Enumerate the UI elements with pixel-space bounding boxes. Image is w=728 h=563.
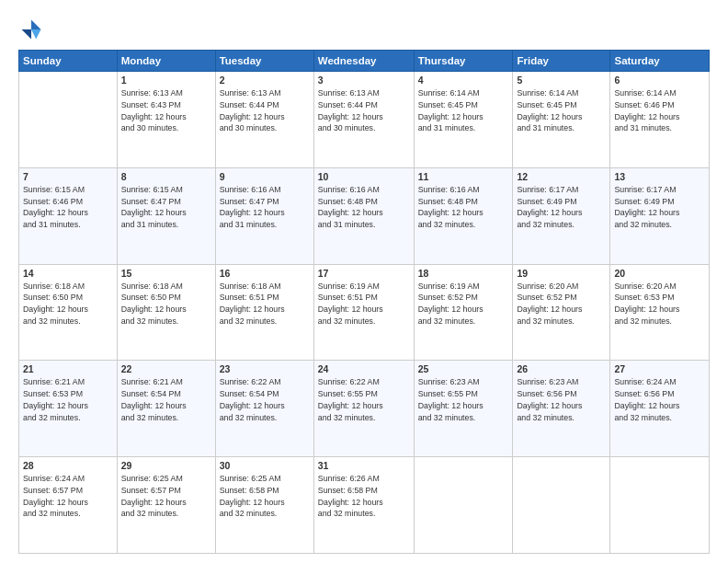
day-number: 31 <box>318 460 410 471</box>
day-number: 28 <box>23 460 113 471</box>
day-info: Sunrise: 6:18 AM Sunset: 6:50 PM Dayligh… <box>23 281 113 327</box>
calendar-cell: 13Sunrise: 6:17 AM Sunset: 6:49 PM Dayli… <box>610 167 710 264</box>
day-info: Sunrise: 6:22 AM Sunset: 6:55 PM Dayligh… <box>318 376 410 423</box>
weekday-header-saturday: Saturday <box>610 51 710 72</box>
day-number: 9 <box>220 171 310 182</box>
calendar-week-1: 1Sunrise: 6:13 AM Sunset: 6:43 PM Daylig… <box>19 72 710 168</box>
calendar-cell: 29Sunrise: 6:25 AM Sunset: 6:57 PM Dayli… <box>117 457 215 554</box>
weekday-row: SundayMondayTuesdayWednesdayThursdayFrid… <box>19 51 710 72</box>
day-number: 23 <box>220 363 310 374</box>
day-number: 8 <box>121 171 211 182</box>
calendar-week-4: 21Sunrise: 6:21 AM Sunset: 6:53 PM Dayli… <box>19 361 710 457</box>
day-info: Sunrise: 6:13 AM Sunset: 6:44 PM Dayligh… <box>318 87 410 134</box>
day-number: 15 <box>121 268 211 279</box>
calendar-cell: 30Sunrise: 6:25 AM Sunset: 6:58 PM Dayli… <box>215 457 313 554</box>
day-number: 17 <box>318 268 410 279</box>
calendar-cell: 8Sunrise: 6:15 AM Sunset: 6:47 PM Daylig… <box>117 167 215 264</box>
svg-marker-0 <box>31 20 41 30</box>
calendar-cell: 25Sunrise: 6:23 AM Sunset: 6:55 PM Dayli… <box>414 361 513 457</box>
day-number: 11 <box>418 171 509 182</box>
calendar-cell: 3Sunrise: 6:13 AM Sunset: 6:44 PM Daylig… <box>313 72 414 168</box>
day-info: Sunrise: 6:25 AM Sunset: 6:57 PM Dayligh… <box>121 473 211 520</box>
day-number: 26 <box>517 363 606 374</box>
day-info: Sunrise: 6:13 AM Sunset: 6:43 PM Dayligh… <box>121 87 211 134</box>
day-info: Sunrise: 6:24 AM Sunset: 6:56 PM Dayligh… <box>614 376 705 423</box>
calendar-cell: 27Sunrise: 6:24 AM Sunset: 6:56 PM Dayli… <box>610 361 710 457</box>
calendar-cell <box>513 457 610 554</box>
calendar-cell: 31Sunrise: 6:26 AM Sunset: 6:58 PM Dayli… <box>313 457 414 554</box>
calendar-cell: 9Sunrise: 6:16 AM Sunset: 6:47 PM Daylig… <box>215 167 313 264</box>
svg-marker-2 <box>22 29 32 40</box>
day-info: Sunrise: 6:14 AM Sunset: 6:45 PM Dayligh… <box>517 87 606 134</box>
calendar-cell: 23Sunrise: 6:22 AM Sunset: 6:54 PM Dayli… <box>215 361 313 457</box>
logo-icon <box>18 17 44 42</box>
calendar-cell: 16Sunrise: 6:18 AM Sunset: 6:51 PM Dayli… <box>215 264 313 361</box>
svg-marker-1 <box>31 29 41 40</box>
calendar-cell: 11Sunrise: 6:16 AM Sunset: 6:48 PM Dayli… <box>414 167 513 264</box>
calendar-cell: 5Sunrise: 6:14 AM Sunset: 6:45 PM Daylig… <box>513 72 610 168</box>
header <box>18 17 710 42</box>
calendar-cell: 17Sunrise: 6:19 AM Sunset: 6:51 PM Dayli… <box>313 264 414 361</box>
calendar-cell: 12Sunrise: 6:17 AM Sunset: 6:49 PM Dayli… <box>513 167 610 264</box>
day-number: 13 <box>614 171 705 182</box>
calendar-cell <box>414 457 513 554</box>
day-number: 14 <box>23 268 113 279</box>
day-number: 27 <box>614 363 705 374</box>
day-number: 30 <box>220 460 310 471</box>
day-info: Sunrise: 6:17 AM Sunset: 6:49 PM Dayligh… <box>517 184 606 231</box>
day-number: 29 <box>121 460 211 471</box>
day-info: Sunrise: 6:20 AM Sunset: 6:52 PM Dayligh… <box>517 281 606 327</box>
day-number: 3 <box>318 75 410 86</box>
day-number: 20 <box>614 268 705 279</box>
day-number: 16 <box>220 268 310 279</box>
day-number: 22 <box>121 363 211 374</box>
day-number: 25 <box>418 363 509 374</box>
calendar-cell: 26Sunrise: 6:23 AM Sunset: 6:56 PM Dayli… <box>513 361 610 457</box>
day-number: 19 <box>517 268 606 279</box>
day-info: Sunrise: 6:17 AM Sunset: 6:49 PM Dayligh… <box>614 184 705 231</box>
day-number: 10 <box>318 171 410 182</box>
day-info: Sunrise: 6:14 AM Sunset: 6:45 PM Dayligh… <box>418 87 509 134</box>
day-info: Sunrise: 6:18 AM Sunset: 6:50 PM Dayligh… <box>121 281 211 327</box>
day-info: Sunrise: 6:16 AM Sunset: 6:47 PM Dayligh… <box>220 184 310 231</box>
calendar-cell: 24Sunrise: 6:22 AM Sunset: 6:55 PM Dayli… <box>313 361 414 457</box>
calendar-cell: 20Sunrise: 6:20 AM Sunset: 6:53 PM Dayli… <box>610 264 710 361</box>
weekday-header-thursday: Thursday <box>414 51 513 72</box>
calendar-cell: 15Sunrise: 6:18 AM Sunset: 6:50 PM Dayli… <box>117 264 215 361</box>
day-info: Sunrise: 6:18 AM Sunset: 6:51 PM Dayligh… <box>220 281 310 327</box>
page: SundayMondayTuesdayWednesdayThursdayFrid… <box>0 0 728 563</box>
weekday-header-sunday: Sunday <box>19 51 118 72</box>
day-info: Sunrise: 6:24 AM Sunset: 6:57 PM Dayligh… <box>23 473 113 520</box>
calendar-table: SundayMondayTuesdayWednesdayThursdayFrid… <box>18 50 710 554</box>
weekday-header-tuesday: Tuesday <box>215 51 313 72</box>
day-info: Sunrise: 6:21 AM Sunset: 6:54 PM Dayligh… <box>121 376 211 423</box>
calendar-week-2: 7Sunrise: 6:15 AM Sunset: 6:46 PM Daylig… <box>19 167 710 264</box>
day-info: Sunrise: 6:21 AM Sunset: 6:53 PM Dayligh… <box>23 376 113 423</box>
day-info: Sunrise: 6:26 AM Sunset: 6:58 PM Dayligh… <box>318 473 410 520</box>
day-number: 12 <box>517 171 606 182</box>
calendar-body: 1Sunrise: 6:13 AM Sunset: 6:43 PM Daylig… <box>19 72 710 554</box>
calendar-cell: 1Sunrise: 6:13 AM Sunset: 6:43 PM Daylig… <box>117 72 215 168</box>
day-number: 18 <box>418 268 509 279</box>
day-number: 2 <box>220 75 310 86</box>
day-number: 6 <box>614 75 705 86</box>
calendar-cell: 2Sunrise: 6:13 AM Sunset: 6:44 PM Daylig… <box>215 72 313 168</box>
day-info: Sunrise: 6:16 AM Sunset: 6:48 PM Dayligh… <box>418 184 509 231</box>
calendar-cell: 28Sunrise: 6:24 AM Sunset: 6:57 PM Dayli… <box>19 457 118 554</box>
day-number: 1 <box>121 75 211 86</box>
calendar-cell <box>610 457 710 554</box>
logo <box>18 17 48 42</box>
day-info: Sunrise: 6:14 AM Sunset: 6:46 PM Dayligh… <box>614 87 705 134</box>
calendar-week-3: 14Sunrise: 6:18 AM Sunset: 6:50 PM Dayli… <box>19 264 710 361</box>
calendar-cell: 7Sunrise: 6:15 AM Sunset: 6:46 PM Daylig… <box>19 167 118 264</box>
calendar-cell: 19Sunrise: 6:20 AM Sunset: 6:52 PM Dayli… <box>513 264 610 361</box>
day-info: Sunrise: 6:15 AM Sunset: 6:47 PM Dayligh… <box>121 184 211 231</box>
day-number: 4 <box>418 75 509 86</box>
weekday-header-friday: Friday <box>513 51 610 72</box>
calendar-cell: 21Sunrise: 6:21 AM Sunset: 6:53 PM Dayli… <box>19 361 118 457</box>
calendar-cell: 6Sunrise: 6:14 AM Sunset: 6:46 PM Daylig… <box>610 72 710 168</box>
day-info: Sunrise: 6:20 AM Sunset: 6:53 PM Dayligh… <box>614 281 705 327</box>
day-number: 24 <box>318 363 410 374</box>
day-info: Sunrise: 6:13 AM Sunset: 6:44 PM Dayligh… <box>220 87 310 134</box>
weekday-header-monday: Monday <box>117 51 215 72</box>
